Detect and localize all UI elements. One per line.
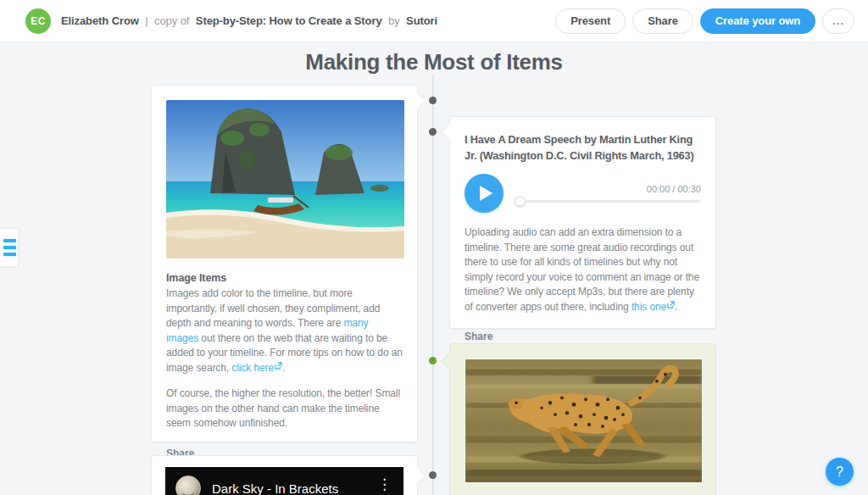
share-button[interactable]: Share (632, 8, 693, 34)
cheetah-item-card (449, 343, 716, 495)
story-title: Step-by-Step: How to Create a Story (196, 14, 382, 27)
copy-prefix: copy of (154, 14, 189, 27)
cheetah-photo[interactable] (465, 359, 703, 483)
by-label: by (388, 14, 400, 27)
small-island (370, 185, 389, 192)
avatar[interactable]: EC (25, 8, 51, 34)
more-options-button[interactable]: ... (822, 8, 854, 34)
author-name: Elizabeth Crow (61, 14, 139, 27)
audio-card-body: I Have A Dream Speech by Martin Luther K… (450, 117, 715, 357)
hamburger-icon (3, 239, 16, 242)
top-bar: EC Elizabeth Crow | copy of Step-by-Step… (0, 0, 868, 42)
audio-player: 00:00 / 00:30 (465, 174, 701, 213)
click-here-link[interactable]: click here (231, 362, 274, 374)
audio-item-card: I Have A Dream Speech by Martin Luther K… (449, 116, 716, 329)
image-item-card: Image Items Images add color to the time… (151, 85, 418, 442)
brand-name: Sutori (406, 14, 437, 27)
audio-progress-thumb[interactable] (515, 196, 526, 207)
item-share-button[interactable]: Share (465, 331, 701, 342)
paragraph-text: . (675, 301, 677, 313)
paragraph-text: Uploading audio can add an extra dimensi… (465, 226, 699, 313)
external-link-icon (667, 301, 675, 309)
hamburger-icon (3, 246, 16, 249)
video-menu-icon[interactable]: ⋮ (374, 476, 395, 493)
timeline-dot[interactable] (429, 128, 437, 136)
paragraph-text: . (282, 362, 285, 374)
sutori-app: EC Elizabeth Crow | copy of Step-by-Step… (0, 0, 868, 495)
item-paragraph: Of course, the higher the resolution, th… (166, 387, 403, 431)
video-embed[interactable]: Dark Sky - In Brackets ⋮ (165, 467, 403, 495)
video-channel-avatar[interactable] (175, 476, 201, 495)
audio-progress-track[interactable] (515, 200, 701, 203)
hamburger-icon (3, 253, 16, 256)
breadcrumb: Elizabeth Crow | copy of Step-by-Step: H… (61, 14, 437, 27)
page-title: Making the Most of Items (0, 42, 868, 75)
audio-time: 00:00 / 00:30 (515, 184, 701, 194)
timeline-dot-green[interactable] (429, 357, 437, 364)
breadcrumb-divider: | (145, 14, 147, 27)
audio-slider-zone: 00:00 / 00:30 (515, 184, 701, 203)
play-icon (480, 186, 492, 201)
external-link-icon (275, 362, 282, 370)
audio-title: I Have A Dream Speech by Martin Luther K… (465, 131, 701, 164)
image-card-body: Image Items Images add color to the time… (152, 86, 417, 474)
video-header-row: Dark Sky - In Brackets (165, 467, 403, 495)
present-button[interactable]: Present (555, 8, 626, 34)
beach-photo[interactable] (166, 100, 404, 259)
video-title: Dark Sky - In Brackets (212, 481, 338, 495)
timeline-dot[interactable] (429, 471, 437, 479)
side-menu-tab[interactable] (0, 227, 19, 268)
timeline-dot[interactable] (429, 97, 437, 104)
item-paragraph: Images add color to the timeline, but mo… (166, 286, 403, 375)
card-connector (409, 467, 426, 484)
play-button[interactable] (465, 174, 504, 213)
timeline-line (432, 75, 434, 495)
this-one-link[interactable]: this one (632, 301, 666, 313)
item-heading: Image Items (166, 272, 403, 284)
story-canvas: Making the Most of Items (0, 42, 868, 495)
item-paragraph: Uploading audio can add an extra dimensi… (465, 225, 701, 314)
cheetah-card-body (450, 344, 715, 495)
create-your-own-button[interactable]: Create your own (700, 8, 815, 34)
video-item-card: Dark Sky - In Brackets ⋮ (151, 455, 418, 495)
help-button[interactable]: ? (826, 458, 854, 486)
